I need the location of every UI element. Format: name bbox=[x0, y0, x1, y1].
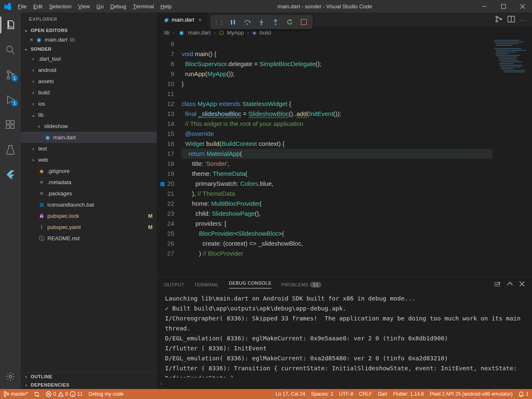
status-indent[interactable]: Spaces: 2 bbox=[311, 391, 333, 397]
minimap[interactable] bbox=[493, 38, 532, 277]
status-bar: master* 0 0 11 Debug my code Ln 17, Col … bbox=[0, 389, 532, 399]
panel-tab-debug-console[interactable]: DEBUG CONSOLE bbox=[229, 281, 271, 288]
status-sync[interactable] bbox=[34, 391, 40, 397]
debug-restart-button[interactable] bbox=[283, 16, 296, 28]
tree-item--gitignore[interactable]: ◆.gitignore bbox=[21, 165, 157, 177]
close-button[interactable] bbox=[513, 0, 532, 12]
activity-settings[interactable] bbox=[0, 368, 20, 385]
svg-rect-36 bbox=[504, 71, 525, 72]
debug-badge: 1 bbox=[11, 100, 18, 106]
menu-edit[interactable]: Edit bbox=[30, 0, 46, 12]
maximize-button[interactable] bbox=[494, 0, 513, 12]
minimize-button[interactable] bbox=[475, 0, 494, 12]
svg-rect-9 bbox=[6, 121, 10, 124]
tree-item--metadata[interactable]: ≡.metadata bbox=[21, 177, 157, 188]
status-branch[interactable]: master* bbox=[3, 391, 28, 397]
panel-close-icon[interactable] bbox=[520, 281, 525, 288]
status-debug-target[interactable]: Debug my code bbox=[89, 391, 123, 397]
svg-rect-22 bbox=[494, 48, 521, 49]
status-encoding[interactable]: UTF-8 bbox=[339, 391, 353, 397]
open-editors-section[interactable]: ⌄OPEN EDITORS bbox=[21, 26, 157, 34]
debug-stop-button[interactable] bbox=[298, 16, 310, 28]
status-notifications[interactable]: 1 bbox=[518, 391, 529, 397]
panel-tab-problems[interactable]: PROBLEMS 11 bbox=[281, 282, 321, 287]
svg-point-4 bbox=[275, 24, 276, 25]
compare-changes-icon[interactable] bbox=[495, 15, 502, 24]
tree-item-android[interactable]: ›android bbox=[21, 64, 157, 76]
status-device[interactable]: Pixel 2 API 25 (android-x86 emulator) bbox=[430, 391, 512, 397]
title-bar: FileEditSelectionViewGoDebugTerminalHelp… bbox=[0, 0, 532, 12]
activity-debug[interactable]: 1 bbox=[0, 91, 20, 108]
tree-item-test[interactable]: ›test bbox=[21, 143, 157, 154]
debug-pause-button[interactable] bbox=[227, 16, 239, 28]
tree-item-iconsandlaunch-bat[interactable]: ⊞iconsandlaunch.bat bbox=[21, 199, 157, 210]
tree-item-lib[interactable]: ⌄lib bbox=[21, 109, 157, 121]
breakpoint-icon[interactable] bbox=[160, 182, 165, 186]
menu-file[interactable]: File bbox=[15, 0, 30, 12]
debug-console-input[interactable]: › bbox=[157, 377, 532, 389]
dependencies-section[interactable]: ›DEPENDENCIES bbox=[21, 381, 157, 389]
status-cursor[interactable]: Ln 17, Col 24 bbox=[276, 391, 305, 397]
panel-tab-terminal[interactable]: TERMINAL bbox=[194, 282, 219, 287]
editor-tab-main[interactable]: ◉ main.dart × bbox=[157, 12, 208, 27]
more-actions-icon[interactable]: ··· bbox=[520, 17, 527, 23]
tree-item--dart_tool[interactable]: ›.dart_tool bbox=[21, 53, 157, 64]
status-flutter[interactable]: Flutter: 1.14.6 bbox=[393, 391, 424, 397]
tree-item-pubspec-yaml[interactable]: !pubspec.yamlM bbox=[21, 222, 157, 233]
tree-item--packages[interactable]: ≡.packages bbox=[21, 188, 157, 199]
tree-item-build[interactable]: ›build bbox=[21, 87, 157, 98]
svg-rect-32 bbox=[499, 65, 522, 66]
tree-item-pubspec-lock[interactable]: 🔒︎pubspec.lockM bbox=[21, 210, 157, 222]
tree-item-assets[interactable]: ›assets bbox=[21, 76, 157, 87]
open-editor-item[interactable]: × ◉ main.dart lib bbox=[21, 34, 157, 44]
tree-item-main-dart[interactable]: ◉main.dart bbox=[21, 132, 157, 143]
status-eol[interactable]: CRLF bbox=[359, 391, 372, 397]
close-icon[interactable]: × bbox=[30, 37, 33, 43]
svg-point-38 bbox=[4, 395, 6, 397]
tree-item-ios[interactable]: ›ios bbox=[21, 98, 157, 109]
code-editor[interactable]: void main() { BlocSupervisor.delegate = … bbox=[182, 38, 493, 277]
tree-item-web[interactable]: ›web bbox=[21, 154, 157, 165]
outline-section[interactable]: ›OUTLINE bbox=[21, 372, 157, 381]
menu-terminal[interactable]: Terminal bbox=[130, 0, 158, 12]
panel-maximize-icon[interactable] bbox=[507, 281, 513, 288]
status-problems[interactable]: 0 0 11 bbox=[46, 391, 83, 397]
vscode-logo-icon bbox=[0, 2, 15, 10]
activity-bar: 1 1 bbox=[0, 12, 21, 389]
svg-point-15 bbox=[496, 20, 498, 22]
panel-tab-output[interactable]: OUTPUT bbox=[164, 282, 184, 287]
menu-go[interactable]: Go bbox=[93, 0, 107, 12]
debug-console-output[interactable]: Launching lib\main.dart on Android SDK b… bbox=[157, 292, 532, 377]
activity-search[interactable] bbox=[0, 42, 20, 58]
svg-rect-28 bbox=[499, 58, 516, 59]
split-editor-icon[interactable] bbox=[507, 16, 515, 24]
debug-step-over-button[interactable] bbox=[241, 16, 254, 28]
clear-console-icon[interactable] bbox=[494, 281, 500, 288]
activity-source-control[interactable]: 1 bbox=[0, 66, 20, 83]
activity-extensions[interactable] bbox=[0, 116, 20, 133]
svg-rect-26 bbox=[496, 55, 520, 56]
svg-rect-34 bbox=[501, 68, 513, 69]
svg-rect-18 bbox=[494, 40, 519, 41]
dart-file-icon: ◉ bbox=[163, 17, 169, 23]
menu-help[interactable]: Help bbox=[157, 0, 175, 12]
menu-selection[interactable]: Selection bbox=[46, 0, 74, 12]
menu-view[interactable]: View bbox=[75, 0, 93, 12]
tree-item-README-md[interactable]: ⓘREADME.md bbox=[21, 233, 157, 244]
project-section[interactable]: ⌄SONDER bbox=[21, 44, 157, 53]
bottom-panel: OUTPUT TERMINAL DEBUG CONSOLE PROBLEMS 1… bbox=[157, 277, 532, 389]
activity-test[interactable] bbox=[0, 141, 20, 158]
status-language[interactable]: Dart bbox=[378, 391, 387, 397]
menu-debug[interactable]: Debug bbox=[107, 0, 129, 12]
debug-drag-handle-icon[interactable]: ⋮⋮ bbox=[213, 16, 225, 28]
tree-item-slideshow[interactable]: ›slideshow bbox=[21, 121, 157, 132]
activity-flutter[interactable] bbox=[0, 166, 20, 183]
svg-rect-31 bbox=[499, 63, 514, 64]
activity-explorer[interactable] bbox=[0, 17, 20, 33]
tab-close-icon[interactable]: × bbox=[198, 17, 202, 23]
line-number-gutter[interactable]: 6789101112131415161718192021222324252627 bbox=[157, 38, 182, 277]
debug-step-into-button[interactable] bbox=[255, 16, 268, 28]
debug-step-out-button[interactable] bbox=[269, 16, 282, 28]
debug-toolbar: ⋮⋮ bbox=[210, 15, 313, 29]
file-tree: ›.dart_tool›android›assets›build›ios⌄lib… bbox=[21, 53, 157, 372]
